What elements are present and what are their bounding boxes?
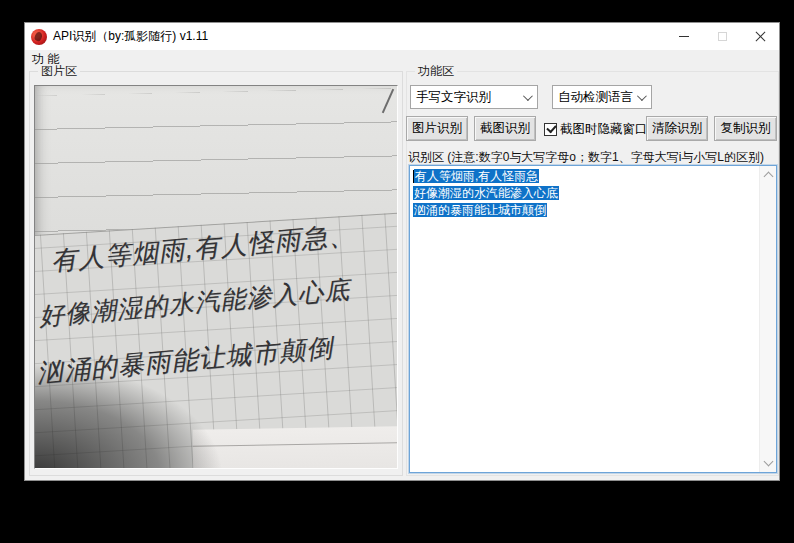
menubar: 功 能 [25, 50, 779, 68]
result-area-label: 识别区 (注意:数字0与大写字母o；数字1、字母大写i与小写L的区别) [408, 149, 764, 166]
maximize-button [703, 23, 741, 50]
minimize-icon [679, 36, 689, 37]
scrollbar-up-icon[interactable] [764, 172, 774, 182]
window-title: API识别（by:孤影随行) v1.11 [53, 28, 208, 45]
function-groupbox-label: 功能区 [415, 64, 457, 78]
result-line: 汹涌的暴雨能让城市颠倒 [413, 202, 756, 219]
window-controls [665, 23, 779, 50]
hide-window-checkbox-label: 截图时隐藏窗口 [560, 121, 648, 138]
picture-box: 有人等烟雨,有人怪雨急、 好像潮湿的水汽能渗入心底 汹涌的暴雨能让城市颠倒 [34, 85, 398, 469]
ocr-mode-value: 手写文字识别 [416, 89, 491, 106]
minimize-button[interactable] [665, 23, 703, 50]
photo-notebook: 有人等烟雨,有人怪雨急、 好像潮湿的水汽能渗入心底 汹涌的暴雨能让城市颠倒 [35, 86, 397, 468]
app-window: API识别（by:孤影随行) v1.11 功 能 图片区 有人等烟雨,有人怪雨急… [24, 22, 780, 481]
textarea-scrollbar[interactable] [759, 166, 776, 472]
picture-groupbox-label: 图片区 [38, 64, 80, 78]
result-line: 好像潮湿的水汽能渗入心底 [413, 185, 756, 202]
image-ocr-button[interactable]: 图片识别 [406, 116, 468, 141]
result-line: 有人等烟雨,有人怪雨急 [413, 168, 756, 185]
hide-window-checkbox-row[interactable]: 截图时隐藏窗口 [544, 119, 648, 139]
clear-result-button[interactable]: 清除识别 [646, 116, 708, 141]
maximize-icon [718, 32, 727, 41]
screenshot-ocr-button[interactable]: 截图识别 [474, 116, 536, 141]
chevron-down-icon [637, 91, 647, 101]
recognition-textarea[interactable]: 有人等烟雨,有人怪雨急 好像潮湿的水汽能渗入心底 汹涌的暴雨能让城市颠倒 [409, 165, 777, 473]
ocr-mode-select[interactable]: 手写文字识别 [410, 85, 538, 109]
chevron-down-icon [523, 91, 533, 101]
close-icon [755, 31, 766, 42]
checkbox-checked-icon[interactable] [544, 123, 557, 136]
app-logo-icon [31, 29, 47, 45]
scrollbar-down-icon[interactable] [764, 457, 774, 467]
titlebar[interactable]: API识别（by:孤影随行) v1.11 [25, 23, 779, 50]
language-select[interactable]: 自动检测语言 [552, 85, 652, 109]
close-button[interactable] [741, 23, 779, 50]
language-value: 自动检测语言 [558, 89, 633, 106]
copy-result-button[interactable]: 复制识别 [714, 116, 777, 141]
photo-shadow [35, 308, 275, 468]
